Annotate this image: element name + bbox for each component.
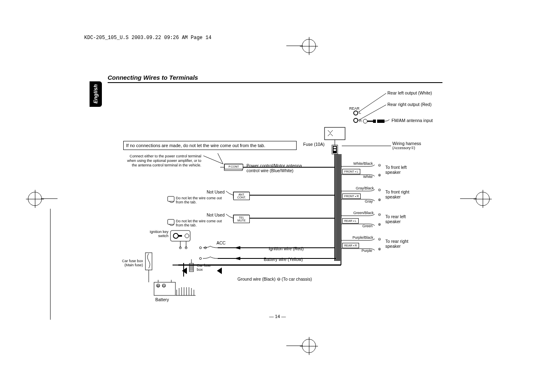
svg-marker-51	[217, 267, 222, 274]
white-black-label: White/Black	[353, 161, 373, 166]
title-underline	[108, 82, 442, 83]
page-number: — 14 —	[0, 314, 555, 319]
battery-plus: ⊕	[157, 284, 160, 288]
white-label: White	[363, 175, 373, 179]
svg-line-26	[203, 156, 223, 164]
to-front-left: To front left speaker	[385, 165, 415, 175]
svg-marker-34	[234, 246, 240, 249]
wiring-svg	[123, 88, 448, 318]
rr-plus: ⊕	[378, 247, 381, 251]
svg-marker-13	[373, 120, 376, 123]
svg-rect-6	[351, 111, 366, 126]
ground-wire-label: Ground wire (Black) ⊖ (To car chassis)	[237, 277, 312, 281]
power-control-note1: Connect either to the power control term…	[119, 154, 201, 158]
not-used-1: Not Used	[207, 189, 225, 194]
purple-label: Purple	[362, 249, 372, 253]
gray-label: Gray	[365, 199, 373, 203]
fm-am-input-label: FM/AM antenna input	[391, 118, 433, 123]
rear-l-marker: L	[359, 111, 361, 115]
svg-marker-46	[234, 257, 240, 260]
to-rear-left: To rear left speaker	[385, 214, 414, 224]
print-header: KDC-205_105_U.S 2003.09.22 09:26 AM Page…	[84, 35, 212, 41]
power-control-note2: when using the optional power amplifier,…	[119, 159, 201, 163]
do-not-let-2: Do not let the wire come out from the ta…	[176, 219, 225, 227]
svg-rect-55	[189, 263, 193, 272]
svg-rect-29	[168, 196, 174, 201]
registration-mark-left	[28, 192, 42, 206]
front-r-tag: FRONT • R	[342, 194, 361, 199]
svg-rect-14	[377, 120, 385, 123]
power-control-wire2: control wire (Blue/White)	[246, 168, 293, 173]
front-l-tag: FRONT • L	[342, 169, 360, 174]
wiring-diagram: Rear left output (White) Rear right outp…	[123, 88, 448, 318]
svg-point-44	[185, 247, 187, 249]
svg-point-7	[354, 111, 358, 115]
car-fuse-box2-label: Car fuse box	[197, 263, 215, 272]
svg-rect-39	[178, 235, 182, 237]
svg-rect-3	[333, 146, 337, 153]
rr-minus: ⊖	[378, 237, 381, 241]
svg-point-35	[200, 247, 202, 249]
fr-plus: ⊕	[378, 198, 381, 202]
ignition-key-label: Ignition key switch	[145, 230, 168, 238]
registration-mark-top	[302, 39, 316, 53]
no-connections-note: If no connections are made, do not let t…	[123, 141, 297, 150]
svg-point-47	[200, 258, 202, 260]
ignition-wire-label: Ignition wire (Red)	[269, 246, 304, 251]
rear-l-tag: REAR • L	[342, 218, 359, 224]
svg-line-25	[218, 153, 223, 164]
acc-label: ACC	[216, 240, 226, 245]
language-tab: English	[90, 81, 102, 107]
svg-rect-4	[334, 147, 336, 148]
power-control-wire1: Power control/Motor antenna	[246, 163, 302, 168]
rl-minus: ⊖	[378, 212, 381, 217]
svg-point-42	[180, 247, 182, 249]
rear-r-marker: R	[359, 119, 362, 123]
to-rear-right: To rear right speaker	[385, 239, 416, 249]
svg-point-8	[354, 118, 358, 122]
rear-left-output-label: Rear left output (White)	[387, 90, 432, 95]
page-title: Connecting Wires to Terminals	[108, 74, 442, 82]
rear-block-label: REAR	[349, 106, 359, 111]
svg-rect-53	[145, 253, 152, 270]
battery-label: Battery	[155, 297, 169, 302]
registration-mark-bottom	[302, 339, 316, 353]
not-used-2: Not Used	[207, 212, 225, 217]
svg-marker-52	[182, 267, 187, 274]
svg-point-40	[185, 234, 189, 238]
svg-point-36	[205, 247, 207, 249]
rear-right-output-label: Rear right output (Red)	[387, 102, 431, 107]
power-control-note3: the antenna control terminal in the vehi…	[119, 163, 201, 167]
svg-point-9	[363, 119, 367, 123]
fr-minus: ⊖	[378, 188, 381, 192]
crop-mark-left	[50, 209, 51, 320]
battery-wire-label: Battery wire (Yellow)	[264, 257, 303, 262]
fl-minus: ⊖	[378, 163, 381, 167]
svg-point-38	[173, 233, 178, 238]
svg-line-10	[358, 93, 386, 112]
svg-rect-5	[334, 149, 336, 151]
battery-minus: ⊖	[162, 284, 166, 288]
svg-rect-32	[168, 219, 174, 224]
pcont-tab: P.CONT	[224, 164, 243, 169]
wiring-harness-label: Wiring harness	[392, 141, 421, 146]
green-black-label: Green/Black	[353, 211, 374, 215]
svg-rect-2	[332, 145, 338, 154]
gray-black-label: Gray/Black	[356, 186, 374, 190]
section-title: Connecting Wires to Terminals	[108, 74, 442, 83]
to-front-right: To front right speaker	[385, 189, 417, 199]
fl-plus: ⊕	[378, 173, 381, 177]
svg-rect-37	[170, 231, 190, 241]
ant-cont-tab: ANT. CONT.	[233, 192, 250, 200]
wiring-harness-sub: (Accessory①)	[392, 146, 415, 150]
purple-black-label: Purple/Black	[352, 235, 373, 240]
svg-rect-0	[325, 127, 345, 140]
rl-plus: ⊕	[378, 222, 381, 226]
registration-mark-right	[476, 192, 490, 206]
tel-mute-tab: TEL MUTE	[233, 215, 250, 223]
svg-line-11	[358, 105, 386, 120]
green-label: Green	[362, 224, 373, 228]
car-fuse-box-label: Car fuse box (Main fuse)	[115, 259, 143, 267]
do-not-let-1: Do not let the wire come out from the ta…	[176, 196, 225, 204]
fuse-label: Fuse (10A)	[303, 142, 325, 147]
